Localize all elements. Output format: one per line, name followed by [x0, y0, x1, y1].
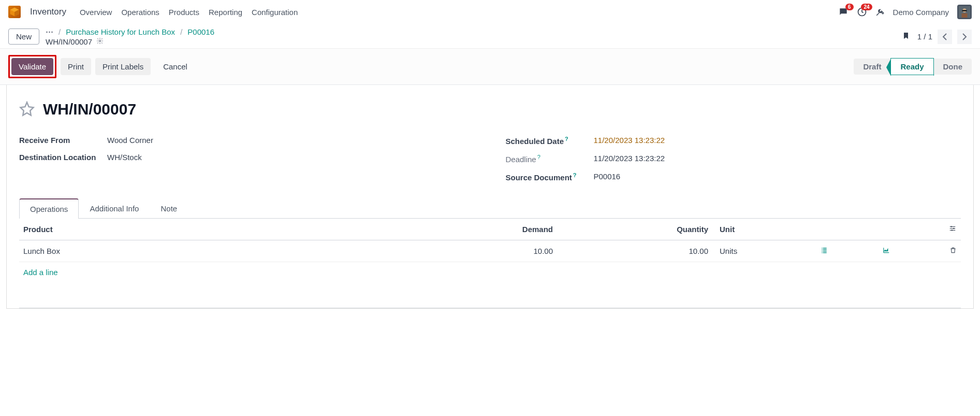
destination-value[interactable]: WH/Stock	[107, 153, 475, 162]
chart-icon	[882, 247, 890, 255]
top-navbar: Inventory Overview Operations Products R…	[0, 0, 980, 24]
cell-detail-icon[interactable]	[816, 240, 878, 262]
field-receive-from: Receive From Wood Corner	[19, 132, 475, 149]
tabs: Operations Additional Info Note	[19, 198, 961, 219]
breadcrumb-current: WH/IN/00007	[46, 37, 92, 46]
gear-icon[interactable]	[96, 37, 104, 46]
trash-icon	[949, 247, 957, 256]
bookmark-icon[interactable]	[902, 31, 910, 42]
list-icon	[820, 247, 828, 255]
box-icon	[9, 7, 20, 17]
cell-delete-icon[interactable]	[940, 240, 961, 262]
cell-demand[interactable]: 10.00	[464, 240, 557, 262]
navbar-left: Inventory Overview Operations Products R…	[8, 6, 298, 18]
form-grid: Receive From Wood Corner Destination Loc…	[19, 132, 961, 186]
destination-label: Destination Location	[19, 153, 107, 162]
nav-configuration[interactable]: Configuration	[252, 8, 298, 17]
cell-product[interactable]: Lunch Box	[19, 240, 464, 262]
action-bar: Validate Print Print Labels Cancel Draft…	[0, 48, 980, 85]
operations-table: Product Demand Quantity Unit Lunch Box 1…	[19, 219, 961, 308]
tab-additional-info[interactable]: Additional Info	[79, 198, 150, 218]
col-product[interactable]: Product	[19, 219, 464, 240]
add-line-row[interactable]: Add a line	[19, 262, 961, 308]
field-destination: Destination Location WH/Stock	[19, 149, 475, 166]
chevron-left-icon	[942, 33, 947, 40]
breadcrumb-p00016[interactable]: P00016	[187, 27, 214, 36]
nav-operations[interactable]: Operations	[121, 8, 159, 17]
breadcrumb: ⋯ / Purchase History for Lunch Box / P00…	[46, 27, 214, 36]
messages-badge: 6	[845, 4, 854, 10]
deadline-value: 11/20/2023 13:23:22	[594, 154, 961, 163]
col-icon1	[816, 219, 878, 240]
cancel-button[interactable]: Cancel	[156, 58, 195, 75]
source-document-label: Source Document?	[506, 172, 594, 182]
scheduled-date-value[interactable]: 11/20/2023 13:23:22	[594, 136, 961, 145]
status-draft[interactable]: Draft	[854, 59, 890, 75]
table-row[interactable]: Lunch Box 10.00 10.00 Units	[19, 240, 961, 262]
control-right: 1 / 1	[902, 30, 972, 44]
source-document-value[interactable]: P00016	[594, 172, 961, 181]
svg-point-9	[951, 226, 952, 227]
form-sheet: WH/IN/00007 Receive From Wood Corner Des…	[6, 85, 974, 309]
app-name[interactable]: Inventory	[30, 7, 66, 17]
breadcrumb-wrap: ⋯ / Purchase History for Lunch Box / P00…	[46, 27, 214, 46]
record-title: WH/IN/00007	[43, 101, 136, 118]
cell-unit[interactable]: Units	[712, 240, 816, 262]
help-icon[interactable]: ?	[537, 154, 540, 160]
messages-icon[interactable]: 6	[838, 7, 849, 17]
help-icon[interactable]: ?	[573, 172, 577, 178]
col-quantity[interactable]: Quantity	[557, 219, 712, 240]
breadcrumb-current-row: WH/IN/00007	[46, 37, 214, 46]
tab-note[interactable]: Note	[150, 198, 188, 218]
svg-rect-6	[962, 10, 967, 11]
svg-point-10	[953, 228, 954, 229]
svg-point-11	[952, 229, 953, 231]
add-line-link[interactable]: Add a line	[23, 268, 58, 277]
receive-from-value[interactable]: Wood Corner	[107, 136, 475, 145]
nav-overview[interactable]: Overview	[80, 8, 112, 17]
debug-icon[interactable]	[875, 7, 885, 17]
status-done[interactable]: Done	[934, 59, 972, 75]
company-name[interactable]: Demo Company	[893, 8, 949, 17]
user-avatar[interactable]	[957, 5, 972, 19]
app-icon[interactable]	[8, 6, 21, 18]
title-row: WH/IN/00007	[19, 101, 961, 118]
tab-operations[interactable]: Operations	[19, 198, 79, 219]
field-source-document: Source Document? P00016	[506, 168, 961, 186]
deadline-label: Deadline?	[506, 154, 594, 164]
help-icon[interactable]: ?	[565, 136, 568, 142]
scheduled-date-label: Scheduled Date?	[506, 136, 594, 146]
col-unit[interactable]: Unit	[712, 219, 816, 240]
highlight-box: Validate	[8, 55, 56, 78]
new-button[interactable]: New	[8, 28, 39, 45]
pager: 1 / 1	[917, 30, 972, 44]
cell-quantity[interactable]: 10.00	[557, 240, 712, 262]
field-deadline: Deadline? 11/20/2023 13:23:22	[506, 150, 961, 168]
breadcrumb-sep: /	[180, 27, 182, 36]
col-icon2	[878, 219, 940, 240]
svg-rect-7	[962, 13, 968, 18]
col-demand[interactable]: Demand	[464, 219, 557, 240]
avatar-icon	[959, 6, 970, 18]
breadcrumb-more-icon[interactable]: ⋯	[46, 27, 53, 36]
page-next-button[interactable]	[957, 30, 972, 44]
breadcrumb-purchase-history[interactable]: Purchase History for Lunch Box	[66, 27, 175, 36]
control-row: New ⋯ / Purchase History for Lunch Box /…	[0, 24, 980, 48]
validate-button[interactable]: Validate	[11, 58, 53, 75]
nav-products[interactable]: Products	[169, 8, 199, 17]
activities-icon[interactable]: 24	[857, 7, 867, 17]
page-count: 1 / 1	[917, 32, 932, 41]
print-button[interactable]: Print	[61, 58, 91, 75]
form-col-left: Receive From Wood Corner Destination Loc…	[19, 132, 475, 186]
nav-reporting[interactable]: Reporting	[209, 8, 242, 17]
cell-forecast-icon[interactable]	[878, 240, 940, 262]
activities-badge: 24	[861, 4, 872, 10]
col-settings[interactable]	[940, 219, 961, 240]
sliders-icon	[948, 225, 957, 232]
star-icon[interactable]	[19, 101, 35, 118]
print-labels-button[interactable]: Print Labels	[95, 58, 151, 75]
page-prev-button[interactable]	[938, 30, 952, 44]
cog-icon	[96, 37, 104, 45]
form-col-right: Scheduled Date? 11/20/2023 13:23:22 Dead…	[506, 132, 961, 186]
status-ready[interactable]: Ready	[890, 58, 933, 75]
